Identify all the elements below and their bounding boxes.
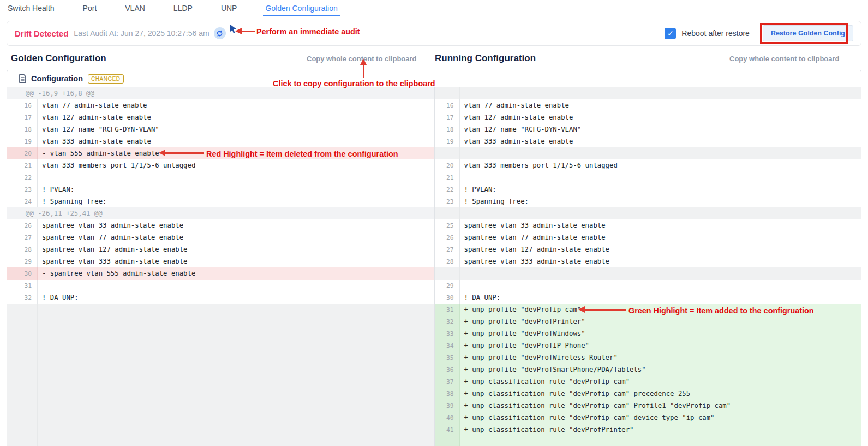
diff-row-normal: 16vlan 77 admin-state enable (435, 99, 861, 111)
code-line: vlan 127 admin-state enable (38, 114, 151, 121)
diff-row-normal: 21vlan 333 members port 1/1/5-6 untagged (7, 159, 434, 171)
diff-row-filler (7, 328, 434, 340)
code-line: - spantree vlan 555 admin-state enable (38, 270, 195, 277)
code-line: ! DA-UNP: (38, 294, 79, 301)
tab-switch-health[interactable]: Switch Health (8, 0, 55, 16)
diff-row-normal: 30! DA-UNP: (435, 292, 861, 304)
diff-row-normal: 18vlan 127 name "RCFG-DYN-VLAN" (435, 123, 861, 135)
reboot-after-restore-checkbox[interactable]: ✓ (665, 28, 676, 39)
running-config-title: Running Configuration (435, 53, 536, 64)
line-number: 20 (7, 147, 38, 159)
diff-title: Configuration (31, 74, 83, 83)
diff-row-added: 38+ unp classification-rule "devProfip-c… (435, 388, 861, 400)
line-number: 38 (435, 388, 460, 400)
line-number: 19 (435, 135, 460, 147)
code-line: + unp classification-rule "devProfPrinte… (460, 426, 634, 433)
line-number (7, 328, 38, 340)
diff-row-normal: 23! Spanning Tree: (435, 195, 861, 207)
diff-row-normal: 22! PVLAN: (435, 183, 861, 195)
diff-row-normal: 21 (435, 171, 861, 183)
code-line: spantree vlan 77 admin-state enable (38, 234, 183, 241)
line-number: 30 (7, 267, 38, 280)
line-number (7, 304, 38, 316)
diff-row-normal: 16vlan 77 admin-state enable (7, 99, 434, 111)
audit-status-bar: Drift Detected Last Audit At: Jun 27, 20… (7, 21, 861, 46)
tab-unp[interactable]: UNP (221, 0, 237, 16)
diff-row-added: 40+ unp classification-rule "devProfip-c… (435, 412, 861, 424)
line-number (7, 316, 38, 328)
line-number: 23 (435, 195, 460, 207)
tab-port[interactable]: Port (83, 0, 97, 16)
line-number: 18 (435, 123, 460, 135)
code-line: vlan 77 admin-state enable (460, 102, 570, 109)
code-line: + unp profile "devProfPrinter" (460, 318, 585, 325)
code-line: spantree vlan 127 admin-state enable (460, 246, 610, 253)
diff-row-normal: 17vlan 127 admin-state enable (435, 111, 861, 123)
annotation-arrow-icon (363, 62, 364, 78)
line-number: 40 (435, 412, 460, 424)
diff-row-filler (435, 87, 861, 99)
line-number: 36 (435, 364, 460, 376)
code-line: vlan 77 admin-state enable (38, 102, 147, 109)
diff-row-added: 32+ unp profile "devProfPrinter" (435, 316, 861, 328)
code-line: ! Spanning Tree: (460, 198, 529, 205)
diff-row-normal: 25spantree vlan 33 admin-state enable (435, 219, 861, 231)
diff-row-added (435, 436, 861, 446)
code-line: vlan 333 members port 1/1/5-6 untagged (38, 162, 195, 169)
line-number: 29 (435, 280, 460, 292)
diff-row-normal: 26spantree vlan 33 admin-state enable (7, 219, 434, 231)
reboot-after-restore-label: Reboot after restore (681, 29, 750, 38)
code-line: + unp profile "devProfWireless-Router" (460, 354, 618, 361)
line-number: 19 (7, 135, 38, 147)
restore-golden-config-button[interactable]: Restore Golden Config (763, 25, 853, 41)
golden-config-pane[interactable]: @@ -16,9 +16,8 @@16vlan 77 admin-state e… (7, 87, 434, 446)
code-line: vlan 127 admin-state enable (460, 114, 573, 121)
diff-row-filler (435, 147, 861, 159)
run-audit-button[interactable] (214, 27, 226, 39)
line-number: 23 (7, 183, 38, 195)
diff-row-hunk: @@ -16,9 +16,8 @@ (7, 87, 434, 99)
diff-row-normal: 29spantree vlan 333 admin-state enable (7, 255, 434, 267)
line-number (435, 87, 460, 99)
line-number (7, 388, 38, 400)
tab-golden-configuration[interactable]: Golden Configuration (265, 0, 337, 16)
code-line: + unp classification-rule "devProfip-cam… (460, 414, 715, 421)
line-number: 29 (7, 255, 38, 267)
tab-vlan[interactable]: VLAN (125, 0, 145, 16)
diff-row-hunk: @@ -26,11 +25,41 @@ (7, 207, 434, 219)
diff-row-normal: 19vlan 333 admin-state enable (435, 135, 861, 147)
diff-row-removed: 30- spantree vlan 555 admin-state enable (7, 267, 434, 280)
line-number: 26 (7, 219, 38, 231)
diff-row-added: 39+ unp classification-rule "devProfip-c… (435, 400, 861, 412)
tab-lldp[interactable]: LLDP (173, 0, 193, 16)
line-number (7, 424, 38, 436)
code-line: + unp profile "devProfIP-Phone" (460, 342, 590, 349)
diff-row-filler (7, 316, 434, 328)
running-copy-link[interactable]: Copy whole content to clipboard (729, 55, 840, 63)
diff-row-added: 37+ unp classification-rule "devProfip-c… (435, 376, 861, 388)
line-number (435, 207, 460, 219)
diff-row-added: 33+ unp profile "devProfWindows" (435, 328, 861, 340)
code-line: vlan 333 admin-state enable (460, 138, 573, 145)
diff-row-normal: 27spantree vlan 127 admin-state enable (435, 243, 861, 255)
annotation-red-highlight: Red Highlight = Item deleted from the co… (206, 149, 398, 158)
annotation-arrow-icon (238, 31, 255, 32)
annotation-green-highlight: Green Highlight = Item added to the conf… (628, 306, 814, 315)
annotation-arrow-icon (582, 309, 626, 311)
line-number: 26 (435, 231, 460, 243)
diff-row-filler (7, 400, 434, 412)
code-line: + unp classification-rule "devProfip-cam… (460, 378, 630, 385)
line-number: 22 (7, 171, 38, 183)
diff-row-normal: 24! Spanning Tree: (7, 195, 434, 207)
code-line: - vlan 555 admin-state enable (38, 150, 159, 157)
code-line: + unp profile "devProfSmartPhone/PDA/Tab… (460, 366, 646, 373)
line-number (7, 364, 38, 376)
diff-row-normal: 18vlan 127 name "RCFG-DYN-VLAN" (7, 123, 434, 135)
running-config-pane[interactable]: 16vlan 77 admin-state enable17vlan 127 a… (434, 87, 861, 446)
line-number: 33 (435, 328, 460, 340)
diff-row-normal: 28spantree vlan 333 admin-state enable (435, 255, 861, 267)
line-number (7, 340, 38, 352)
diff-row-normal: 31 (7, 280, 434, 292)
line-number: 28 (7, 243, 38, 255)
line-number: 21 (7, 159, 38, 171)
